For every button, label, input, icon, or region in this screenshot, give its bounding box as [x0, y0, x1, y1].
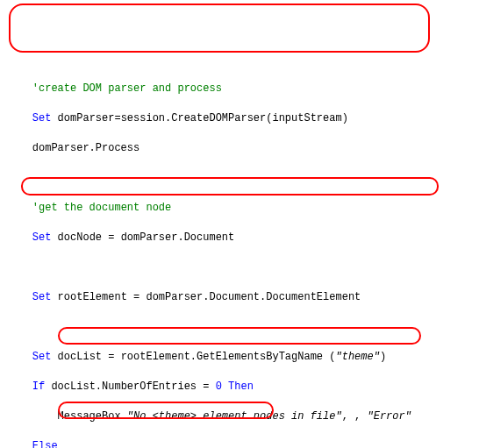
code-block: 'create DOM parser and process Set domPa…	[7, 67, 472, 448]
comment: 'create DOM parser and process	[32, 82, 222, 95]
code-line: Set rootElement = domParser.Document.Doc…	[7, 290, 472, 305]
code-line	[7, 171, 472, 186]
code-line: Else	[7, 439, 472, 448]
comment: 'get the document node	[32, 202, 171, 214]
code-line: If docList.NumberOfEntries = 0 Then	[7, 380, 472, 395]
code-line: domParser.Process	[7, 141, 472, 156]
code-line: Set docList = rootElement.GetElementsByT…	[7, 350, 472, 365]
code-line: MessageBox "No <theme> element nodes in …	[7, 409, 472, 424]
code-line	[7, 320, 472, 335]
string-literal: "No <theme> element nodes in file"	[127, 410, 342, 423]
string-literal: "Error"	[367, 410, 411, 423]
code-line: Set domParser=session.CreateDOMParser(in…	[7, 111, 472, 126]
code-line: 'create DOM parser and process	[7, 82, 472, 96]
code-line: Set docNode = domParser.Document	[7, 231, 472, 245]
code-line: 'get the document node	[7, 201, 472, 216]
code-line	[7, 260, 472, 275]
string-literal: "theme"	[335, 351, 379, 363]
highlight-box-1	[9, 4, 430, 53]
